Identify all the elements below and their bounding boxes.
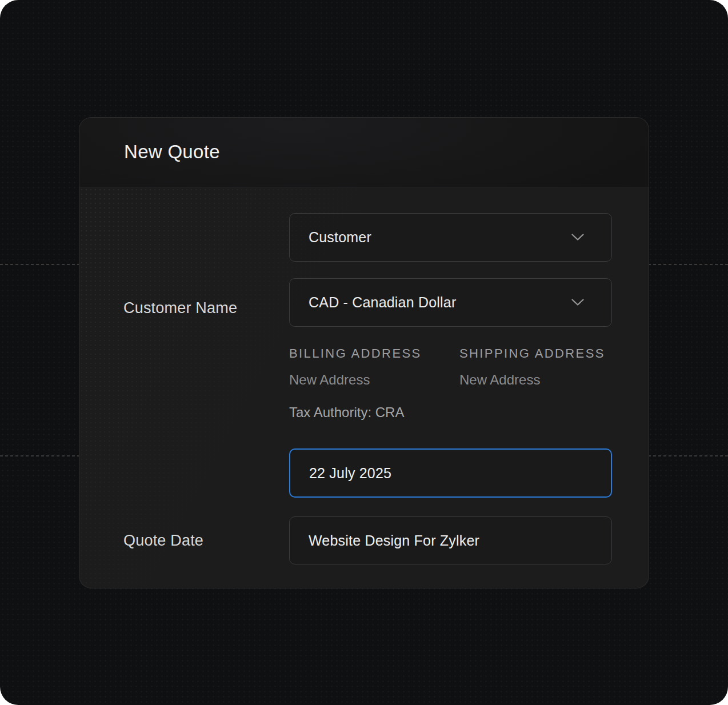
project-name-input[interactable] (289, 516, 612, 564)
addresses-section: BILLING ADDRESS New Address SHIPPING ADD… (289, 346, 612, 420)
modal-header: New Quote (79, 118, 649, 187)
app-background: New Quote Customer Name Customer CAD - C… (0, 0, 728, 705)
shipping-new-address-link[interactable]: New Address (459, 372, 540, 388)
billing-new-address-link[interactable]: New Address (289, 372, 370, 388)
shipping-address-header: SHIPPING ADDRESS (459, 346, 612, 361)
customer-select[interactable]: Customer (289, 213, 612, 262)
modal-body: Customer Name Customer CAD - Canadian Do… (79, 187, 649, 588)
modal-title: New Quote (124, 141, 220, 163)
shipping-address-column: SHIPPING ADDRESS New Address (459, 346, 612, 388)
chevron-down-icon (571, 299, 584, 306)
billing-address-header: BILLING ADDRESS (289, 346, 459, 361)
customer-select-value: Customer (309, 229, 571, 246)
billing-address-column: BILLING ADDRESS New Address (289, 346, 459, 388)
quote-date-label: Quote Date (123, 532, 203, 550)
quote-date-input[interactable] (289, 448, 612, 498)
chevron-down-icon (571, 234, 584, 241)
currency-select-value: CAD - Canadian Dollar (309, 294, 571, 311)
customer-name-label: Customer Name (123, 299, 237, 317)
new-quote-modal: New Quote Customer Name Customer CAD - C… (79, 117, 649, 588)
tax-authority-text: Tax Authority: CRA (289, 404, 612, 420)
currency-select[interactable]: CAD - Canadian Dollar (289, 278, 612, 327)
